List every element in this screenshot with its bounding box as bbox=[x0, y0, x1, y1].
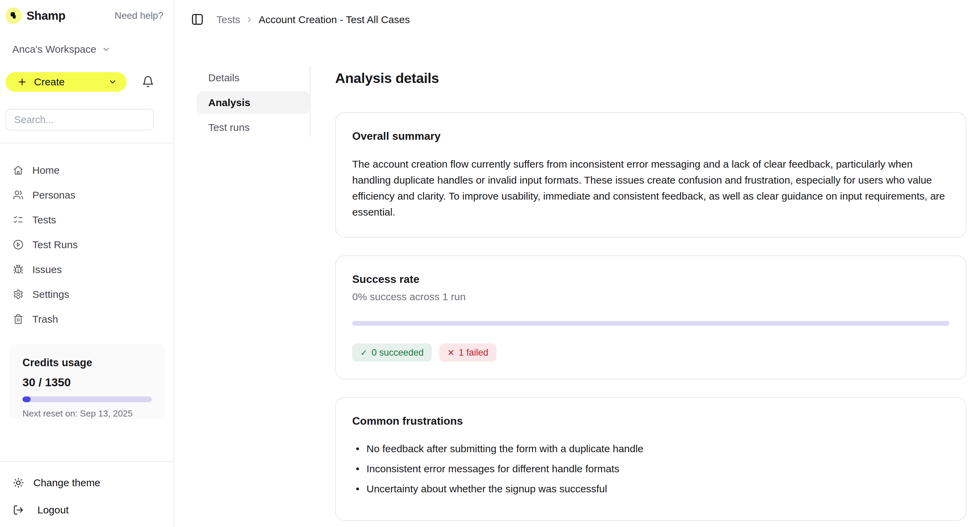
create-row: Create bbox=[5, 72, 168, 92]
sidebar-item-label: Issues bbox=[32, 264, 62, 275]
sidebar-item-label: Personas bbox=[32, 189, 76, 201]
search-input[interactable] bbox=[5, 109, 154, 130]
succeeded-badge: ✓ 0 succeeded bbox=[352, 343, 432, 362]
home-icon bbox=[13, 165, 24, 175]
tab-test-runs[interactable]: Test runs bbox=[197, 116, 310, 139]
subnav-divider bbox=[310, 66, 310, 137]
sidebar-footer: Change theme Logout bbox=[0, 461, 173, 527]
sidebar-item-label: Settings bbox=[32, 289, 69, 300]
logout-label: Logout bbox=[37, 504, 69, 516]
workspace-switcher[interactable]: Anca's Workspace bbox=[12, 43, 173, 55]
sidebar-item-label: Tests bbox=[32, 214, 56, 226]
list-item: Uncertainty about whether the signup was… bbox=[352, 483, 950, 495]
credits-progress-fill bbox=[22, 397, 30, 402]
bell-icon bbox=[142, 76, 154, 88]
common-frustrations-title: Common frustrations bbox=[352, 415, 950, 427]
plus-icon bbox=[17, 77, 27, 87]
brand-row: Shamp Need help? bbox=[5, 8, 163, 24]
logout-button[interactable]: Logout bbox=[13, 500, 173, 519]
brand-name: Shamp bbox=[27, 9, 65, 22]
chevron-down-icon bbox=[102, 45, 111, 54]
panel-left-icon bbox=[191, 13, 204, 26]
chevron-down-icon bbox=[108, 78, 117, 86]
failed-badge-label: 1 failed bbox=[459, 348, 488, 358]
shamp-logo-icon bbox=[5, 8, 22, 24]
sidebar-nav: Home Personas Tests Test Runs Issues Set… bbox=[0, 158, 173, 332]
credits-reset-note: Next reset on: Sep 13, 2025 bbox=[22, 408, 152, 419]
breadcrumb: Tests Account Creation - Test All Cases bbox=[204, 14, 410, 25]
run-result-badges: ✓ 0 succeeded ✕ 1 failed bbox=[352, 343, 950, 362]
breadcrumb-tests-link[interactable]: Tests bbox=[216, 14, 240, 25]
notifications-button[interactable] bbox=[142, 75, 154, 89]
x-icon: ✕ bbox=[447, 348, 455, 358]
main-area: Tests Account Creation - Test All Cases … bbox=[174, 0, 980, 527]
analysis-content: Analysis details Overall summary The acc… bbox=[335, 66, 966, 527]
breadcrumb-current: Account Creation - Test All Cases bbox=[259, 14, 410, 25]
create-button[interactable]: Create bbox=[5, 72, 127, 92]
sidebar-toggle-button[interactable] bbox=[191, 13, 204, 27]
play-circle-icon bbox=[13, 240, 24, 250]
frustrations-list: No feedback after submitting the form wi… bbox=[352, 443, 950, 495]
workspace-name: Anca's Workspace bbox=[12, 43, 96, 55]
topbar: Tests Account Creation - Test All Cases bbox=[191, 10, 980, 29]
sidebar-item-trash[interactable]: Trash bbox=[0, 307, 173, 332]
list-checks-icon bbox=[13, 214, 24, 225]
page-title: Analysis details bbox=[335, 70, 966, 86]
bug-icon bbox=[13, 264, 24, 275]
sidebar-item-test-runs[interactable]: Test Runs bbox=[0, 232, 173, 257]
sidebar-item-label: Test Runs bbox=[32, 239, 78, 251]
sidebar-item-issues[interactable]: Issues bbox=[0, 257, 173, 282]
detail-subnav: Details Analysis Test runs bbox=[197, 66, 310, 141]
common-frustrations-card: Common frustrations No feedback after su… bbox=[335, 397, 966, 521]
sidebar-item-personas[interactable]: Personas bbox=[0, 183, 173, 207]
credits-progress-bar bbox=[22, 397, 152, 402]
list-item: No feedback after submitting the form wi… bbox=[352, 443, 950, 455]
logout-icon bbox=[13, 505, 24, 516]
create-button-label: Create bbox=[34, 76, 65, 88]
overall-summary-title: Overall summary bbox=[352, 130, 950, 143]
overall-summary-card: Overall summary The account creation flo… bbox=[335, 112, 966, 238]
sidebar-item-settings[interactable]: Settings bbox=[0, 282, 173, 307]
sidebar-divider bbox=[0, 143, 173, 143]
chevron-right-icon bbox=[245, 15, 254, 24]
check-icon: ✓ bbox=[360, 348, 368, 358]
success-rate-progress-bar bbox=[352, 321, 950, 326]
tab-details[interactable]: Details bbox=[197, 66, 310, 89]
success-rate-card: Success rate 0% success across 1 run ✓ 0… bbox=[335, 256, 966, 379]
need-help-link[interactable]: Need help? bbox=[115, 10, 163, 21]
credits-usage-value: 30 / 1350 bbox=[22, 376, 152, 389]
sun-icon bbox=[13, 477, 24, 488]
list-item: Inconsistent error messages for differen… bbox=[352, 463, 950, 475]
sidebar-item-label: Home bbox=[32, 165, 60, 176]
search-wrap bbox=[5, 109, 168, 130]
overall-summary-text: The account creation flow currently suff… bbox=[352, 156, 950, 220]
succeeded-badge-label: 0 succeeded bbox=[372, 348, 424, 358]
app-root: Shamp Need help? Anca's Workspace Create bbox=[0, 0, 980, 527]
gear-icon bbox=[13, 289, 24, 300]
failed-badge: ✕ 1 failed bbox=[439, 343, 496, 362]
sidebar-item-label: Trash bbox=[32, 313, 58, 325]
sidebar-item-tests[interactable]: Tests bbox=[0, 207, 173, 232]
credits-usage-card: Credits usage 30 / 1350 Next reset on: S… bbox=[9, 344, 165, 419]
change-theme-label: Change theme bbox=[33, 477, 100, 489]
sidebar-item-home[interactable]: Home bbox=[0, 158, 173, 183]
success-rate-subtitle: 0% success across 1 run bbox=[352, 291, 950, 303]
credits-title: Credits usage bbox=[22, 357, 152, 369]
trash-icon bbox=[13, 314, 24, 324]
success-rate-title: Success rate bbox=[352, 273, 950, 286]
tab-analysis[interactable]: Analysis bbox=[197, 91, 310, 114]
sidebar: Shamp Need help? Anca's Workspace Create bbox=[0, 0, 174, 527]
change-theme-button[interactable]: Change theme bbox=[13, 473, 173, 492]
users-icon bbox=[13, 190, 24, 200]
